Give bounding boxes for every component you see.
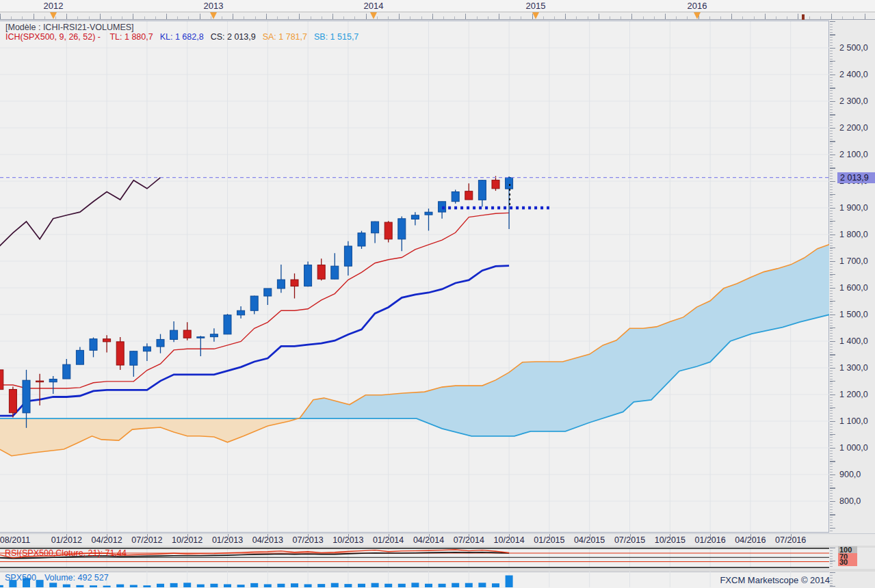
time-axis-tick [509,534,510,537]
rsi-indicator-label: RSI(SPX500,Cloture, 21): 71,44 [5,548,127,558]
timeline-position-marker [802,14,805,20]
volume-bar [197,585,205,587]
current-price-tag: 2 013,9 [837,172,875,183]
timeline-year-label: 2016 [688,1,707,11]
price-axis-label: 1 700,0 [839,256,868,267]
time-axis-tick [228,534,228,537]
time-axis-tick [308,534,309,537]
volume-panel-canvas[interactable] [0,572,829,588]
rsi-axis-ruler[interactable] [830,548,836,569]
volume-bar [210,584,218,587]
time-axis-label: 07/2016 [775,535,806,545]
volume-bar [371,583,379,587]
year-marker-icon [50,12,57,19]
volume-bar [398,584,406,587]
time-axis-tick [348,534,349,537]
volume-bar [465,583,473,587]
volume-bar [116,585,124,587]
time-axis-label: 04/2013 [252,535,283,545]
ichimoku-cloud-layer [0,243,829,455]
volume-bar [478,583,486,587]
candle-05/2012 [116,342,124,365]
volume-bar [63,585,70,587]
candle-09/2013 [331,266,339,279]
time-axis-label: 07/2013 [293,535,324,545]
legend-item: TL: 1 880,7 [109,32,153,42]
candle-11/2011 [36,381,44,382]
volume-bar [277,584,285,587]
volume-bar [76,585,83,587]
time-axis-label: 04/2015 [574,535,605,545]
legend-item: KL: 1 682,8 [160,32,204,42]
timeline-year-label: 2012 [44,1,64,11]
price-axis-label: 1 600,0 [839,283,868,293]
volume-bar [506,576,513,588]
volume-bar [49,583,57,587]
time-axis-tick [710,534,711,537]
candle-07/2013 [304,265,312,286]
year-marker-icon [532,12,539,19]
price-axis-label: 1 100,0 [839,416,868,427]
candle-08/2013 [317,265,325,280]
price-axis-label: 1 800,0 [839,230,868,240]
time-axis[interactable]: 08/201101/201204/201207/201210/201201/20… [0,533,875,546]
volume-bar [291,583,298,587]
main-chart-canvas[interactable] [0,21,829,533]
price-axis-ruler[interactable] [830,21,836,533]
time-axis-tick [187,534,188,537]
candle-10/2014 [506,178,513,189]
candle-01/2014 [384,222,392,239]
time-axis-label: 04/2016 [735,535,766,545]
price-axis-label: 1 300,0 [839,363,868,373]
volume-bar [237,585,245,587]
volume-bar [224,584,231,587]
volume-symbol: SPX500 [5,573,36,583]
candle-12/2011 [49,379,57,382]
candle-08/2011 [0,370,3,390]
time-axis-label: 04/2014 [413,535,444,545]
candle-02/2013 [237,310,245,315]
candle-09/2014 [492,180,499,188]
price-axis-label: 1 400,0 [839,336,868,347]
volume-bar [143,585,151,587]
time-axis-label: 10/2012 [172,535,203,545]
volume-axis-ruler[interactable] [830,572,836,588]
time-axis-tick [670,534,670,537]
chart-legend: [Modèle : ICHI-RSI21-VOLUMES] ICH(SPX500… [5,23,365,42]
candle-10/2012 [183,330,191,338]
timeline-year-label: 2013 [204,1,224,11]
price-axis-label: 800,0 [839,496,861,507]
legend-ichimoku-values: ICH(SPX500, 9, 26, 52) - TL: 1 880,7KL: … [5,32,365,42]
volume-bar [439,584,446,587]
legend-model-title: [Modèle : ICHI-RSI21-VOLUMES] [5,23,365,32]
timeline-ruler[interactable] [0,12,875,20]
candle-11/2013 [358,233,365,246]
price-axis-label: 1 000,0 [839,443,868,453]
volume-indicator-label: SPX500Volume: 492 527 [5,573,117,583]
candle-01/2012 [63,364,70,379]
time-axis-tick [429,534,430,537]
marketscope-window: 20122013201420152016 [Modèle : ICHI-RSI2… [0,0,875,588]
candle-04/2013 [264,289,272,296]
volume-bar [170,583,178,587]
volume-bar [331,583,339,587]
volume-bar [90,585,97,587]
time-axis-label: 10/2014 [494,535,525,545]
candle-08/2012 [157,339,164,347]
time-axis-tick [590,534,590,537]
legend-item: CS: 2 013,9 [211,32,256,42]
volume-bar [425,584,432,587]
candle-01/2013 [224,315,231,334]
year-marker-icon [210,12,217,19]
candle-07/2012 [143,347,151,351]
volume-bar [183,583,191,587]
candle-08/2014 [478,181,486,200]
volume-bar [264,584,272,587]
timeline-year-label: 2014 [364,1,384,11]
candle-04/2012 [103,339,111,342]
volume-bar [0,585,3,587]
time-axis-label: 10/2013 [332,535,363,545]
chikou-line [0,178,160,246]
time-axis-label: 01/2012 [51,535,82,545]
volume-bar [250,583,258,587]
